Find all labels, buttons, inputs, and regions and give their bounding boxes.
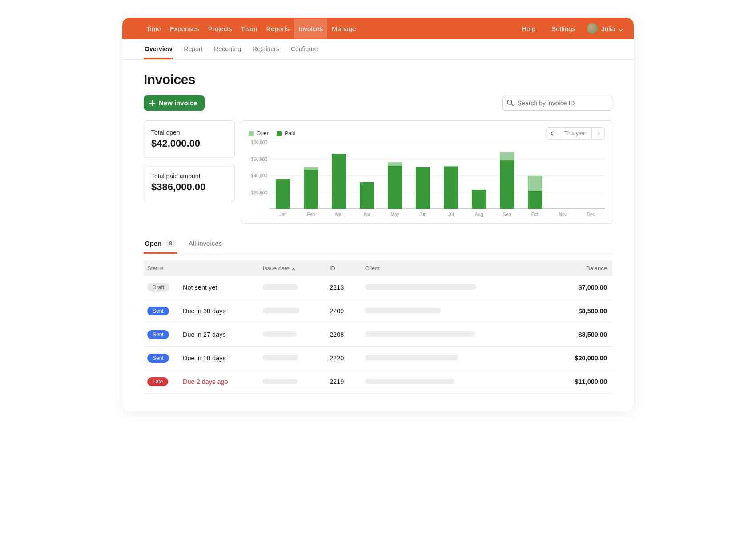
nav-time[interactable]: Time: [142, 19, 165, 39]
table-row[interactable]: SentDue in 10 days2220$20,000.00: [144, 347, 612, 370]
due-text: Due 2 days ago: [183, 378, 228, 385]
table-row[interactable]: SentDue in 30 days2209$8,500.00: [144, 299, 612, 323]
bar-jan: Jan: [269, 142, 297, 209]
search-input[interactable]: [502, 96, 612, 111]
total-open-label: Total open: [151, 129, 227, 136]
legend-swatch-paid: [277, 131, 282, 136]
status-badge: Late: [147, 377, 168, 386]
issue-date-redacted: [263, 355, 298, 360]
x-tick-label: Sep: [503, 212, 511, 217]
tab-open-label: Open: [145, 240, 161, 247]
range-prev-button[interactable]: [546, 127, 559, 140]
bar-oct: Oct: [521, 142, 549, 209]
client-redacted: [365, 284, 476, 290]
x-tick-label: Oct: [531, 212, 539, 217]
top-nav: TimeExpensesProjectsTeamReportsInvoicesM…: [122, 18, 634, 39]
due-text: Due in 10 days: [183, 355, 226, 362]
help-link[interactable]: Help: [517, 19, 540, 39]
client-redacted: [365, 379, 454, 384]
nav-reports[interactable]: Reports: [262, 19, 294, 39]
x-tick-label: May: [391, 212, 399, 217]
due-text: Due in 27 days: [183, 331, 226, 338]
tab-all-invoices[interactable]: All invoices: [188, 237, 223, 254]
bar-feb: Feb: [297, 142, 325, 209]
nav-invoices[interactable]: Invoices: [294, 19, 327, 39]
total-open-value: $42,000.00: [151, 138, 227, 149]
x-tick-label: Jun: [419, 212, 426, 217]
bar-jun: Jun: [409, 142, 437, 209]
tab-open[interactable]: Open 8: [144, 237, 177, 254]
th-id[interactable]: ID: [326, 260, 362, 276]
legend-label-open: Open: [257, 130, 269, 136]
subnav-report[interactable]: Report: [183, 39, 203, 59]
th-client[interactable]: Client: [362, 260, 550, 276]
chevron-down-icon: [619, 26, 623, 31]
invoice-id: 2213: [326, 276, 362, 299]
bar-mar: Mar: [325, 142, 353, 209]
status-badge: Sent: [147, 354, 169, 363]
x-tick-label: Feb: [307, 212, 315, 217]
th-balance[interactable]: Balance: [550, 260, 612, 276]
nav-team[interactable]: Team: [237, 19, 262, 39]
avatar: [587, 23, 598, 34]
subnav-configure[interactable]: Configure: [290, 39, 319, 59]
subnav-overview[interactable]: Overview: [144, 39, 173, 59]
chart-legend: Open Paid: [249, 130, 295, 136]
invoice-id: 2208: [326, 323, 362, 347]
chart-card: Open Paid This year $20,000$40,00: [241, 120, 612, 224]
subnav-recurring[interactable]: Recurring: [213, 39, 242, 59]
new-invoice-button[interactable]: New invoice: [144, 95, 205, 111]
table-row[interactable]: DraftNot sent yet2213$7,000.00: [144, 276, 612, 299]
x-tick-label: Apr: [363, 212, 370, 217]
table-row[interactable]: SentDue in 27 days2208$8,500.00: [144, 323, 612, 347]
x-tick-label: Dec: [587, 212, 595, 217]
legend-swatch-open: [249, 131, 254, 136]
range-next-button[interactable]: [592, 127, 604, 140]
total-paid-card: Total paid amount $386,000.00: [144, 164, 235, 201]
th-status[interactable]: Status: [144, 260, 179, 276]
total-paid-value: $386,000.00: [151, 181, 227, 193]
new-invoice-label: New invoice: [159, 99, 197, 107]
user-menu[interactable]: Julia: [587, 23, 623, 34]
x-tick-label: Jan: [279, 212, 286, 217]
open-count-badge: 8: [165, 240, 176, 247]
nav-manage[interactable]: Manage: [327, 19, 360, 39]
search-icon: [507, 99, 514, 106]
invoice-table: Status Issue date ID Client Balance: [144, 260, 612, 394]
x-tick-label: Aug: [475, 212, 483, 217]
nav-projects[interactable]: Projects: [204, 19, 237, 39]
settings-link[interactable]: Settings: [547, 19, 580, 39]
status-badge: Sent: [147, 307, 169, 315]
table-row[interactable]: LateDue 2 days ago2219$11,000.00: [144, 370, 612, 394]
status-badge: Sent: [147, 330, 169, 339]
issue-date-redacted: [263, 379, 298, 384]
user-name: Julia: [601, 25, 615, 32]
range-selector: This year: [546, 127, 605, 140]
invoice-id: 2219: [326, 370, 362, 394]
total-open-card: Total open $42,000.00: [144, 120, 235, 158]
balance: $8,500.00: [550, 323, 612, 347]
range-label[interactable]: This year: [559, 128, 592, 139]
client-redacted: [365, 308, 441, 313]
subnav-retainers[interactable]: Retainers: [252, 39, 280, 59]
balance: $8,500.00: [550, 299, 612, 323]
bar-dec: Dec: [577, 142, 605, 209]
y-tick-label: $40,000: [249, 173, 267, 178]
bar-nov: Nov: [549, 142, 577, 209]
th-issue-date[interactable]: Issue date: [259, 260, 326, 276]
bar-apr: Apr: [353, 142, 381, 209]
due-text: Due in 30 days: [183, 307, 226, 315]
bar-aug: Aug: [465, 142, 493, 209]
sort-asc-icon: [291, 266, 296, 271]
bar-sep: Sep: [493, 142, 521, 209]
balance: $11,000.00: [550, 370, 612, 394]
invoice-tabs: Open 8 All invoices: [144, 237, 612, 254]
invoice-id: 2220: [326, 347, 362, 370]
legend-label-paid: Paid: [285, 130, 295, 136]
y-tick-label: $20,000: [249, 190, 267, 195]
nav-expenses[interactable]: Expenses: [165, 19, 204, 39]
plus-icon: [149, 100, 155, 106]
chart-area: $20,000$40,000$60,000$80,000JanFebMarApr…: [269, 142, 605, 209]
x-tick-label: Nov: [559, 212, 567, 217]
tab-all-label: All invoices: [189, 240, 222, 247]
